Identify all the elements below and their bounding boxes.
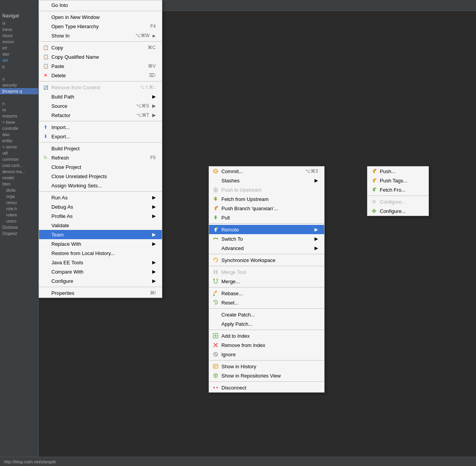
menu-go-into[interactable]: Go Into [39, 0, 162, 10]
sidebar-item-mmon[interactable]: mmon [0, 39, 38, 45]
sidebar-item-o[interactable]: o [0, 76, 38, 82]
menu-delete[interactable]: ✕ Delete ⌦ [39, 71, 162, 80]
menu-synchronize-workspace[interactable]: Synchronize Workspace [209, 255, 324, 265]
sidebar-item-ncepms[interactable]: ncepms [0, 113, 38, 119]
menu-show-history[interactable]: Show in History [209, 362, 324, 371]
menu-compare-with[interactable]: Compare With ▶ [39, 267, 162, 276]
arrow-build-path: ▶ [152, 94, 156, 99]
menu-push-upstream[interactable]: Push to Upstream [209, 185, 324, 194]
menu-export[interactable]: ⬇ Export... [39, 132, 162, 141]
sidebar-item-model[interactable]: model [0, 175, 38, 181]
menu-open-type-hierarchy[interactable]: Open Type Hierarchy F4 [39, 22, 162, 31]
menu-close-unrelated[interactable]: Close Unrelated Projects [39, 172, 162, 181]
menu-remove-from-context[interactable]: 🔄 Remove from Context ⌥⇧⌘↓ [39, 83, 162, 92]
menu-import[interactable]: ⬆ Import... [39, 122, 162, 132]
menu-replace-with[interactable]: Replace With ▶ [39, 239, 162, 248]
menu-configure-1[interactable]: Configure... [367, 197, 428, 206]
sidebar-item-entity[interactable]: entity [0, 138, 38, 144]
menu-validate[interactable]: Validate [39, 221, 162, 230]
menu-close-project[interactable]: Close Project [39, 162, 162, 172]
menu-advanced[interactable]: Advanced ▶ [209, 243, 324, 253]
menu-fetch-from[interactable]: Fetch Fro... [367, 185, 428, 194]
sidebar-item-ckout[interactable]: ckout [0, 32, 38, 39]
menu-configure-2[interactable]: Configure... [367, 206, 428, 216]
sidebar-item-re[interactable]: re [0, 107, 38, 113]
menu-create-patch[interactable]: Create Patch... [209, 310, 324, 319]
menu-apply-patch[interactable]: Apply Patch... [209, 319, 324, 328]
sidebar-item-dictiona[interactable]: Dictiona [0, 224, 38, 230]
svg-point-37 [216, 387, 218, 388]
menu-show-in[interactable]: Show In ⌥⌘W [39, 31, 162, 40]
sidebar-item-n[interactable]: n [0, 100, 38, 107]
menu-paste[interactable]: 📋 Paste ⌘V [39, 61, 162, 71]
sidebar-item-del[interactable]: del [0, 57, 38, 63]
sidebar-item-inf[interactable]: inf [0, 45, 38, 51]
menu-push-tags[interactable]: Push Tags... [367, 176, 428, 185]
sidebar-item-util[interactable]: util [0, 150, 38, 156]
sidebar-item-common[interactable]: common [0, 156, 38, 162]
menu-debug-as[interactable]: Debug As ▶ [39, 202, 162, 211]
menu-remove-from-index[interactable]: Remove from Index [209, 340, 324, 350]
svg-point-10 [216, 227, 218, 229]
sidebar-item-orga[interactable]: orga [0, 193, 38, 199]
sidebar-item-dao[interactable]: dao [0, 131, 38, 138]
arrow-replace-with: ▶ [152, 241, 156, 247]
sidebar-item-hcepms[interactable]: [hcepms q [0, 88, 38, 94]
sidebar-item-resou[interactable]: resou [0, 199, 38, 206]
separator-2 [39, 41, 162, 42]
sidebar-item-p[interactable]: p [0, 63, 38, 70]
menu-copy[interactable]: 📋 Copy ⌘C [39, 43, 162, 52]
menu-refactor[interactable]: Refactor ⌥⌘T▶ [39, 111, 162, 120]
menu-properties[interactable]: Properties ⌘I [39, 288, 162, 298]
menu-build-project[interactable]: Build Project [39, 144, 162, 153]
sidebar-item-controlle[interactable]: controlle [0, 125, 38, 131]
sidebar-item-iness[interactable]: iness [0, 26, 38, 32]
sidebar-item-rolere[interactable]: rolere [0, 212, 38, 218]
sidebar-item-organiz[interactable]: Organiz [0, 230, 38, 236]
menu-assign-working-sets[interactable]: Assign Working Sets... [39, 181, 162, 190]
separator-3 [39, 81, 162, 82]
menu-remote[interactable]: Remote ▶ [209, 225, 324, 234]
menu-java-ee-tools[interactable]: Java EE Tools ▶ [39, 258, 162, 267]
menu-restore-local-history[interactable]: Restore from Local History... [39, 248, 162, 258]
menu-add-to-index[interactable]: Add to Index [209, 331, 324, 340]
sidebar-item-cost[interactable]: cost.cont... [0, 162, 38, 168]
menu-build-path[interactable]: Build Path ▶ [39, 92, 162, 101]
menu-open-new-window[interactable]: Open in New Window [39, 12, 162, 22]
history-icon [212, 363, 219, 369]
menu-fetch-upstream[interactable]: Fetch from Upstream [209, 194, 324, 204]
menu-profile-as[interactable]: Profile As ▶ [39, 211, 162, 221]
menu-disconnect[interactable]: Disconnect [209, 383, 324, 392]
sidebar-item-userc[interactable]: userc [0, 218, 38, 224]
sidebar-item-role-h[interactable]: role.h [0, 206, 38, 212]
menu-switch-to[interactable]: Switch To ▶ [209, 234, 324, 243]
sidebar-item-security[interactable]: security [0, 82, 38, 88]
menu-rebase[interactable]: Rebase... [209, 289, 324, 298]
sidebar-item-base[interactable]: > base [0, 119, 38, 125]
menu-reset[interactable]: Reset... [209, 298, 324, 307]
menu-copy-qualified-name[interactable]: 📋 Copy Qualified Name [39, 52, 162, 61]
menu-commit[interactable]: Commit... ⌥⌘3 [209, 167, 324, 176]
menu-configure[interactable]: Configure ▶ [39, 276, 162, 286]
menu-show-repos-view[interactable]: Show in Repositories View [209, 371, 324, 380]
menu-ignore[interactable]: Ignore [209, 350, 324, 359]
sidebar-item-ster[interactable]: ster [0, 51, 38, 57]
menu-refresh[interactable]: ↻ Refresh F5 [39, 153, 162, 162]
sidebar-item-device[interactable]: device.ma... [0, 168, 38, 175]
menu-push[interactable]: Push... [367, 167, 428, 176]
sidebar-item-hbm[interactable]: hbm [0, 181, 38, 187]
menu-stashes[interactable]: Stashes ▶ [209, 176, 324, 185]
sidebar-item-dictic[interactable]: dictic [0, 187, 38, 193]
menu-merge-tool[interactable]: Merge Tool [209, 267, 324, 277]
shortcut-commit: ⌥⌘3 [298, 168, 318, 174]
menu-pull[interactable]: Pull [209, 213, 324, 222]
menu-team[interactable]: Team ▶ [39, 230, 162, 239]
menu-merge[interactable]: Merge... [209, 277, 324, 286]
sidebar-item-is[interactable]: is [0, 20, 38, 26]
sidebar-item-servic[interactable]: > servic [0, 144, 38, 150]
menu-run-as[interactable]: Run As ▶ [39, 193, 162, 202]
menu-source[interactable]: Source ⌥⌘S▶ [39, 101, 162, 111]
svg-marker-11 [217, 238, 218, 240]
menu-push-branch[interactable]: Push Branch 'quanxian'... [209, 204, 324, 213]
arrow-debug-as: ▶ [152, 204, 156, 209]
